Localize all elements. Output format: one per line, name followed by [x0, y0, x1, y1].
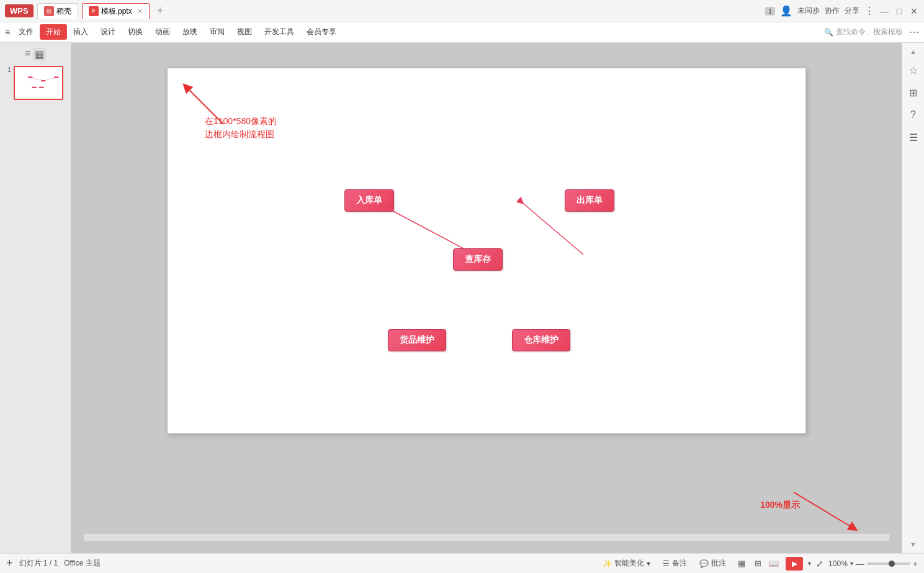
slides-panel: ≡ ▦ 1 — [0, 43, 71, 553]
beautify-button[interactable]: ✨ 智能美化 ▾ — [599, 557, 654, 570]
normal-view-icon[interactable]: ▦ — [735, 557, 748, 571]
ribbon-tab-design[interactable]: 设计 — [94, 24, 122, 40]
ribbon: ≡ 文件 开始 插入 设计 切换 动画 放映 审阅 视图 开发工具 会员专享 🔍… — [0, 22, 924, 43]
collab-label[interactable]: 协作 — [825, 6, 840, 16]
ribbon-search[interactable]: 🔍 查找命令、搜索模板 — [824, 27, 903, 37]
zoom-dropdown-icon[interactable]: ▾ — [850, 560, 853, 567]
file-tab-close[interactable]: ✕ — [137, 7, 143, 16]
ribbon-more-icon[interactable]: ⋯ — [909, 26, 919, 38]
slide-view-toolbar: ≡ ▦ — [25, 48, 46, 61]
svg-rect-3 — [54, 76, 58, 78]
box-rukudan[interactable]: 入库单 — [344, 189, 394, 212]
grid-icon[interactable]: ⊞ — [906, 85, 921, 100]
ribbon-tab-slideshow[interactable]: 放映 — [176, 24, 204, 40]
beautify-arrow: ▾ — [647, 559, 650, 568]
comment-button[interactable]: 💬 批注 — [696, 557, 730, 570]
notes-icon: ☰ — [663, 559, 670, 568]
file-tab-icon: P — [89, 6, 99, 16]
theme-label: Office 主题 — [64, 558, 100, 569]
title-bar: WPS 稻 稻壳 P 模板.pptx ✕ + 1 👤 未同步 协作 分享 ⋮ —… — [0, 0, 924, 22]
bottom-right-controls: ✨ 智能美化 ▾ ☰ 备注 💬 批注 ▦ ⊞ 📖 ▶ ▾ ⤢ 100% ▾ — … — [599, 557, 918, 571]
zoom-value[interactable]: 100% — [828, 559, 848, 568]
horizontal-scrollbar[interactable] — [84, 533, 889, 541]
ribbon-tab-view[interactable]: 视图 — [231, 24, 258, 40]
cloud-sync-label[interactable]: 未同步 — [797, 6, 820, 16]
zoom-slider[interactable] — [867, 562, 910, 565]
play-dropdown[interactable]: ▾ — [808, 560, 811, 567]
ribbon-search-label: 查找命令、搜索模板 — [836, 27, 903, 37]
daoke-tab[interactable]: 稻 稻壳 — [37, 3, 78, 19]
wps-logo[interactable]: WPS — [5, 4, 34, 17]
view-icons: ▦ ⊞ 📖 — [735, 557, 781, 571]
box-cangku[interactable]: 仓库维护 — [512, 329, 570, 351]
title-bar-left: WPS 稻 稻壳 P 模板.pptx ✕ + — [5, 3, 167, 19]
file-tab-label: 模板.pptx — [101, 6, 132, 17]
search-icon: 🔍 — [824, 28, 833, 37]
svg-rect-2 — [41, 80, 45, 81]
close-button[interactable]: ✕ — [909, 6, 919, 16]
right-sidebar: ▲ ☆ ⊞ ? ☰ ▼ — [902, 43, 924, 553]
win-count-badge: 1 — [765, 7, 775, 16]
ribbon-tab-review[interactable]: 审阅 — [204, 24, 231, 40]
zoom-controls: 100% ▾ — + — [828, 559, 918, 569]
ribbon-tab-member[interactable]: 会员专享 — [300, 24, 343, 40]
bottom-bar: + 幻灯片 1 / 1 Office 主题 ✨ 智能美化 ▾ ☰ 备注 💬 批注… — [0, 553, 924, 573]
beautify-icon: ✨ — [603, 559, 612, 568]
grid-view-icon2[interactable]: ⊞ — [751, 557, 765, 571]
svg-rect-5 — [39, 87, 43, 88]
daoke-tab-label: 稻壳 — [56, 6, 71, 17]
ribbon-tab-start[interactable]: 开始 — [40, 24, 67, 40]
svg-rect-4 — [32, 87, 36, 88]
ribbon-tab-bar: ≡ 文件 开始 插入 设计 切换 动画 放映 审阅 视图 开发工具 会员专享 🔍… — [0, 22, 924, 42]
ribbon-menu-icon[interactable]: ≡ — [5, 27, 10, 37]
share-label[interactable]: 分享 — [845, 6, 859, 16]
ribbon-tab-animation[interactable]: 动画 — [149, 24, 176, 40]
main-area: ≡ ▦ 1 — [0, 43, 924, 553]
zoom-out-button[interactable]: — — [856, 559, 864, 569]
notes-button[interactable]: ☰ 备注 — [659, 557, 691, 570]
grid-view-icon[interactable]: ▦ — [33, 48, 46, 61]
slide-thumb-container: 1 — [7, 66, 63, 100]
ribbon-tab-transition[interactable]: 切换 — [122, 24, 149, 40]
annotation-text: 在1100*580像素的 边框内绘制流程图 — [205, 115, 277, 141]
add-slide-button[interactable]: + — [6, 557, 13, 570]
minimize-button[interactable]: — — [879, 6, 889, 16]
fullscreen-icon[interactable]: ⤢ — [816, 559, 823, 569]
svg-rect-0 — [15, 70, 62, 97]
daoke-tab-icon: 稻 — [44, 6, 54, 16]
file-tab[interactable]: P 模板.pptx ✕ — [82, 3, 150, 19]
slide-canvas[interactable]: 在1100*580像素的 边框内绘制流程图 入库单 出库单 查库存 货品维护 仓 — [167, 68, 806, 434]
zoom-slider-thumb[interactable] — [889, 561, 895, 567]
title-bar-right: 1 👤 未同步 协作 分享 ⋮ — □ ✕ — [765, 5, 919, 17]
new-tab-button[interactable]: + — [153, 4, 168, 17]
more-options-icon[interactable]: ⋮ — [864, 5, 874, 17]
menu-icon[interactable]: ☰ — [906, 130, 921, 145]
star-icon[interactable]: ☆ — [906, 63, 921, 78]
slide-thumbnail[interactable] — [14, 66, 63, 100]
right-scrollbar-down[interactable]: ▼ — [910, 541, 917, 548]
ribbon-tab-file[interactable]: 文件 — [12, 24, 40, 40]
list-view-icon[interactable]: ≡ — [25, 48, 30, 61]
box-chakucun[interactable]: 查库存 — [453, 248, 503, 271]
ribbon-tab-insert[interactable]: 插入 — [67, 24, 94, 40]
help-icon[interactable]: ? — [906, 107, 921, 122]
right-scrollbar-up[interactable]: ▲ — [910, 48, 917, 55]
ribbon-tab-developer[interactable]: 开发工具 — [258, 24, 300, 40]
box-huopin[interactable]: 货品维护 — [388, 329, 446, 351]
play-button[interactable]: ▶ — [786, 557, 803, 571]
reader-view-icon[interactable]: 📖 — [767, 557, 781, 571]
canvas-area[interactable]: 在1100*580像素的 边框内绘制流程图 入库单 出库单 查库存 货品维护 仓 — [71, 43, 902, 553]
maximize-button[interactable]: □ — [894, 6, 904, 16]
profile-icon[interactable]: 👤 — [780, 5, 792, 17]
slide-number: 1 — [7, 66, 11, 73]
comment-icon: 💬 — [699, 559, 709, 568]
svg-rect-1 — [28, 76, 32, 78]
zoom-in-button[interactable]: + — [913, 559, 918, 569]
slide-info: 幻灯片 1 / 1 — [19, 558, 58, 569]
box-chukudan[interactable]: 出库单 — [565, 189, 614, 212]
